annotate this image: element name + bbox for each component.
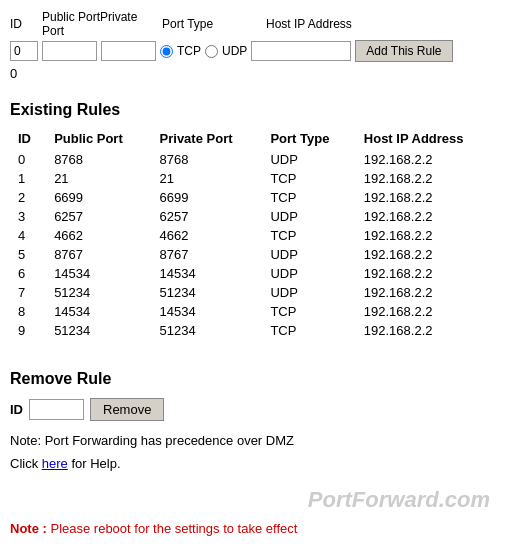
id-zero-label: 0	[10, 66, 500, 81]
reboot-note-text: Please reboot for the settings to take e…	[47, 521, 298, 536]
col-id-label: ID	[10, 17, 38, 31]
watermark: PortForward.com	[308, 487, 490, 513]
table-cell-id: 5	[10, 245, 46, 264]
port-type-udp-radio[interactable]	[205, 45, 218, 58]
table-cell-port_type: UDP	[262, 245, 355, 264]
existing-rules-title: Existing Rules	[10, 101, 500, 119]
table-cell-id: 9	[10, 321, 46, 340]
note-dmz: Note: Port Forwarding has precedence ove…	[10, 433, 500, 448]
table-cell-public_port: 6699	[46, 188, 151, 207]
table-row: 362576257UDP192.168.2.2	[10, 207, 500, 226]
table-header-public-port: Public Port	[46, 129, 151, 150]
add-rule-button[interactable]: Add This Rule	[355, 40, 452, 62]
note-dmz-text: Port Forwarding has precedence over DMZ	[41, 433, 294, 448]
reboot-note-label: Note :	[10, 521, 47, 536]
note-label: Note:	[10, 433, 41, 448]
existing-rules-section: Existing Rules ID Public Port Private Po…	[10, 101, 500, 340]
table-cell-public_port: 6257	[46, 207, 151, 226]
table-cell-host_ip: 192.168.2.2	[356, 264, 500, 283]
table-cell-id: 6	[10, 264, 46, 283]
table-cell-host_ip: 192.168.2.2	[356, 169, 500, 188]
table-cell-port_type: TCP	[262, 226, 355, 245]
table-cell-host_ip: 192.168.2.2	[356, 226, 500, 245]
table-cell-id: 3	[10, 207, 46, 226]
table-cell-id: 2	[10, 188, 46, 207]
table-cell-public_port: 4662	[46, 226, 151, 245]
table-cell-private_port: 21	[152, 169, 263, 188]
table-cell-port_type: UDP	[262, 150, 355, 169]
new-rule-id-input[interactable]	[10, 41, 38, 61]
table-cell-private_port: 4662	[152, 226, 263, 245]
table-row: 12121TCP192.168.2.2	[10, 169, 500, 188]
table-cell-id: 0	[10, 150, 46, 169]
table-cell-port_type: TCP	[262, 321, 355, 340]
port-type-tcp-radio[interactable]	[160, 45, 173, 58]
table-cell-public_port: 14534	[46, 302, 151, 321]
table-cell-id: 8	[10, 302, 46, 321]
table-cell-private_port: 51234	[152, 321, 263, 340]
table-cell-id: 1	[10, 169, 46, 188]
remove-button[interactable]: Remove	[90, 398, 164, 421]
tcp-label: TCP	[177, 44, 201, 58]
port-type-group: TCP UDP	[160, 44, 247, 58]
table-cell-host_ip: 192.168.2.2	[356, 321, 500, 340]
table-cell-public_port: 51234	[46, 321, 151, 340]
rules-table: ID Public Port Private Port Port Type Ho…	[10, 129, 500, 340]
table-cell-public_port: 21	[46, 169, 151, 188]
remove-rule-section: Remove Rule ID Remove	[10, 370, 500, 421]
table-row: 81453414534TCP192.168.2.2	[10, 302, 500, 321]
table-cell-host_ip: 192.168.2.2	[356, 283, 500, 302]
help-line: Click here for Help.	[10, 456, 500, 471]
table-row: 95123451234TCP192.168.2.2	[10, 321, 500, 340]
table-cell-id: 7	[10, 283, 46, 302]
help-link[interactable]: here	[42, 456, 68, 471]
remove-id-input[interactable]	[29, 399, 84, 420]
table-cell-port_type: UDP	[262, 207, 355, 226]
table-cell-host_ip: 192.168.2.2	[356, 188, 500, 207]
table-cell-private_port: 6699	[152, 188, 263, 207]
table-header-id: ID	[10, 129, 46, 150]
table-cell-public_port: 8767	[46, 245, 151, 264]
table-row: 266996699TCP192.168.2.2	[10, 188, 500, 207]
table-header-host-ip: Host IP Address	[356, 129, 500, 150]
col-porttype-label: Port Type	[162, 17, 262, 31]
help-suffix: for Help.	[68, 456, 121, 471]
table-cell-private_port: 14534	[152, 302, 263, 321]
table-row: 61453414534UDP192.168.2.2	[10, 264, 500, 283]
table-cell-private_port: 8768	[152, 150, 263, 169]
col-pubpriv-label: Public PortPrivate Port	[42, 10, 154, 38]
remove-rule-title: Remove Rule	[10, 370, 500, 388]
col-hostip-label: Host IP Address	[266, 17, 352, 31]
table-cell-port_type: UDP	[262, 264, 355, 283]
table-header-port-type: Port Type	[262, 129, 355, 150]
table-cell-public_port: 8768	[46, 150, 151, 169]
table-cell-host_ip: 192.168.2.2	[356, 150, 500, 169]
table-cell-port_type: TCP	[262, 302, 355, 321]
help-prefix: Click	[10, 456, 42, 471]
table-cell-host_ip: 192.168.2.2	[356, 207, 500, 226]
table-cell-private_port: 51234	[152, 283, 263, 302]
table-row: 75123451234UDP192.168.2.2	[10, 283, 500, 302]
table-cell-port_type: UDP	[262, 283, 355, 302]
table-row: 587678767UDP192.168.2.2	[10, 245, 500, 264]
udp-label: UDP	[222, 44, 247, 58]
table-cell-private_port: 8767	[152, 245, 263, 264]
table-cell-public_port: 51234	[46, 283, 151, 302]
table-cell-host_ip: 192.168.2.2	[356, 302, 500, 321]
table-cell-id: 4	[10, 226, 46, 245]
table-cell-public_port: 14534	[46, 264, 151, 283]
new-rule-private-port-input[interactable]	[101, 41, 156, 61]
table-cell-private_port: 14534	[152, 264, 263, 283]
table-row: 446624662TCP192.168.2.2	[10, 226, 500, 245]
table-cell-port_type: TCP	[262, 169, 355, 188]
table-header-private-port: Private Port	[152, 129, 263, 150]
remove-id-label: ID	[10, 402, 23, 417]
new-rule-public-port-input[interactable]	[42, 41, 97, 61]
table-cell-private_port: 6257	[152, 207, 263, 226]
new-rule-ip-input[interactable]	[251, 41, 351, 61]
table-cell-port_type: TCP	[262, 188, 355, 207]
table-row: 087688768UDP192.168.2.2	[10, 150, 500, 169]
reboot-note: Note : Please reboot for the settings to…	[10, 521, 500, 536]
table-cell-host_ip: 192.168.2.2	[356, 245, 500, 264]
